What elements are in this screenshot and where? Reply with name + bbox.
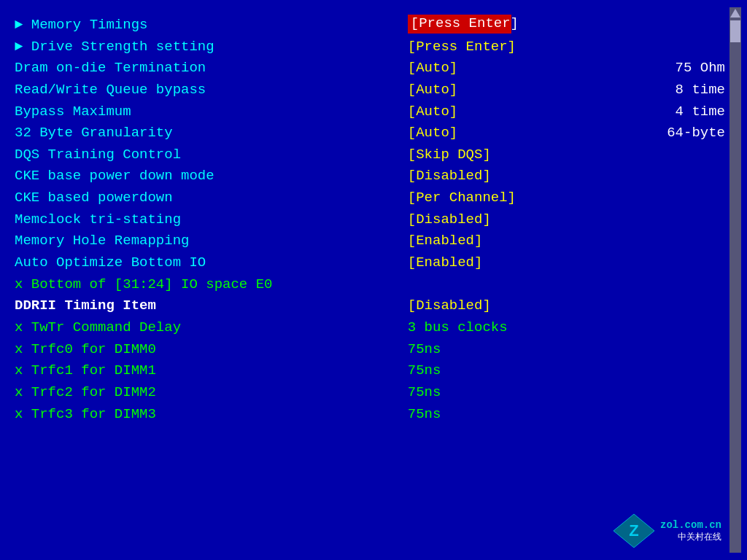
table-row[interactable]: CKE based powerdown[Per Channel] [15, 187, 725, 209]
svg-text:Z: Z [629, 521, 638, 540]
table-row[interactable]: Memclock tri-stating[Disabled] [15, 209, 725, 231]
table-row[interactable]: x Trfc3 for DIMM375ns [15, 404, 725, 426]
scrollbar-arrow-up[interactable] [730, 9, 740, 18]
table-row[interactable]: CKE base power down mode[Disabled] [15, 166, 725, 187]
table-row[interactable]: DQS Training Control[Skip DQS] [15, 144, 725, 166]
table-row[interactable]: 32 Byte Granularity[Auto]64-byte [15, 122, 725, 144]
table-row[interactable]: DDRII Timing Item[Disabled] [15, 295, 725, 317]
watermark-logo-icon: Z [612, 513, 656, 549]
watermark-cn-text: 中关村在线 [678, 531, 721, 543]
scrollbar-thumb[interactable] [730, 20, 740, 42]
table-row[interactable]: Dram on-die Termination[Auto]75 Ohm [15, 58, 725, 79]
watermark-url: zol.com.cn [660, 519, 721, 531]
table-row[interactable]: Read/Write Queue bypass[Auto]8 time [15, 79, 725, 101]
table-row[interactable]: x Bottom of [31:24] IO space E0 [15, 274, 725, 296]
bios-settings-table: ► Memory Timings[Press Enter]► Drive Str… [15, 15, 725, 425]
table-row[interactable]: x Trfc2 for DIMM275ns [15, 382, 725, 404]
table-row[interactable]: Memory Hole Remapping[Enabled] [15, 230, 725, 252]
table-row[interactable]: Auto Optimize Bottom IO[Enabled] [15, 252, 725, 274]
table-row[interactable]: x Trfc1 for DIMM175ns [15, 360, 725, 382]
scrollbar[interactable] [729, 7, 741, 553]
bios-screen: ► Memory Timings[Press Enter]► Drive Str… [0, 0, 747, 560]
table-row[interactable]: x Trfc0 for DIMM075ns [15, 339, 725, 361]
watermark-text-block: zol.com.cn 中关村在线 [660, 519, 721, 543]
table-row[interactable]: ► Drive Strength setting[Press Enter] [15, 36, 725, 58]
table-row[interactable]: ► Memory Timings[Press Enter] [15, 15, 725, 36]
table-row[interactable]: x TwTr Command Delay3 bus clocks [15, 317, 725, 339]
watermark: Z zol.com.cn 中关村在线 [612, 513, 721, 549]
table-row[interactable]: Bypass Maximum[Auto]4 time [15, 101, 725, 123]
